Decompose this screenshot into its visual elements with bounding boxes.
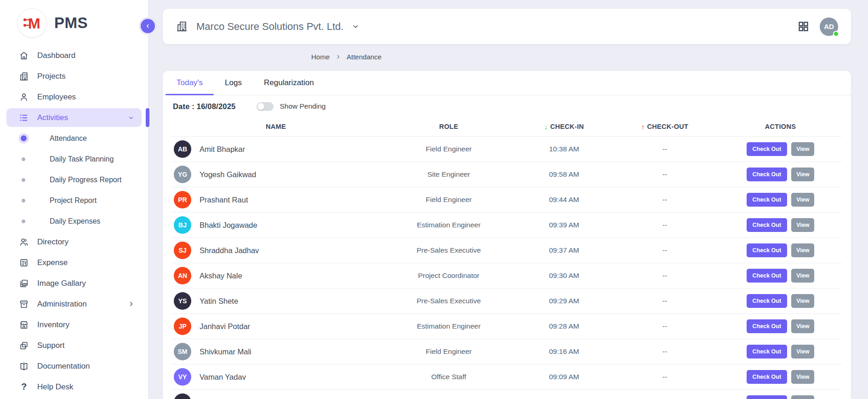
user-initials: AD [824, 23, 834, 30]
employee-role: Project Coordinator [380, 272, 518, 280]
show-pending-toggle[interactable] [257, 102, 274, 111]
company-selector[interactable]: Marco Secure Solutions Pvt. Ltd. [176, 20, 360, 33]
sidebar-item-attendance[interactable]: Attendance [0, 128, 148, 149]
sidebar-item-documentation[interactable]: Documentation [0, 356, 148, 376]
view-button[interactable]: View [791, 370, 814, 384]
check-out-button[interactable]: Check Out [747, 395, 788, 399]
tab-regularization[interactable]: Regularization [253, 71, 325, 95]
employee-name: Janhavi Potdar [200, 322, 250, 331]
date-label: Date : 16/08/2025 [173, 102, 235, 111]
apps-grid-button[interactable] [797, 20, 810, 33]
table-row: YG Yogesh Gaikwad Site Engineer 09:58 AM… [172, 162, 842, 187]
bullet-icon [20, 135, 27, 141]
sidebar-item-label: Employees [37, 93, 76, 102]
breadcrumb-home[interactable]: Home [311, 53, 330, 61]
employee-role: Estimation Engineer [380, 221, 518, 229]
sidebar-item-support[interactable]: Support [0, 335, 148, 356]
sidebar-item-inventory[interactable]: Inventory [0, 314, 148, 335]
check-out-button[interactable]: Check Out [747, 243, 788, 257]
table-row: AN Akshay Nale Project Coordinator 09:30… [172, 263, 842, 288]
sidebar-item-administration[interactable]: Administration [0, 294, 148, 314]
table-header: NAME ROLE ↓ CHECK-IN ↑ CHECK-OUT ACTIONS [172, 117, 842, 136]
view-button[interactable]: View [791, 269, 814, 283]
check-in-time: 09:44 AM [518, 196, 611, 204]
check-out-button[interactable]: Check Out [747, 319, 788, 333]
check-in-time: 09:37 AM [518, 246, 611, 254]
top-header-bar: Marco Secure Solutions Pvt. Ltd. AD [163, 9, 851, 44]
sidebar-item-daily-progress-report[interactable]: Daily Progress Report [0, 169, 148, 190]
table-row: PR Prashant Raut Field Engineer 09:44 AM… [172, 187, 842, 212]
view-button[interactable]: View [791, 142, 814, 156]
svg-text:M: M [28, 15, 40, 32]
storefront-icon [18, 320, 29, 330]
check-in-time: 09:29 AM [518, 297, 611, 305]
sidebar-collapse-button[interactable] [141, 19, 155, 33]
sidebar-item-label: Inventory [37, 320, 69, 330]
tab-todays[interactable]: Today's [166, 71, 214, 95]
employee-name: Akshay Nale [200, 272, 242, 280]
sidebar-item-project-report[interactable]: Project Report [0, 190, 148, 211]
tab-logs[interactable]: Logs [214, 71, 253, 95]
online-status-dot [833, 31, 839, 37]
column-header-check-out[interactable]: ↑ CHECK-OUT [611, 123, 719, 131]
column-header-check-in[interactable]: ↓ CHECK-IN [518, 123, 611, 131]
sidebar-item-label: Project Report [50, 197, 97, 205]
view-button[interactable]: View [791, 345, 814, 359]
view-button[interactable]: View [791, 294, 814, 308]
check-out-button[interactable]: Check Out [747, 218, 788, 232]
sidebar-item-label: Directory [37, 237, 69, 247]
app-name: PMS [54, 14, 88, 32]
check-in-time: 09:58 AM [518, 170, 611, 179]
sidebar-item-expense[interactable]: Expense [0, 252, 148, 273]
sidebar-item-label: Attendance [50, 134, 87, 143]
avatar: YG [174, 166, 191, 183]
check-out-time: -- [611, 196, 719, 204]
chevron-left-icon [145, 23, 151, 29]
sidebar-item-dashboard[interactable]: Dashboard [0, 45, 148, 66]
check-out-button[interactable]: Check Out [747, 193, 788, 207]
image-icon [18, 278, 29, 289]
sidebar-item-projects[interactable]: Projects [0, 66, 148, 87]
filter-row: Date : 16/08/2025 Show Pending [163, 95, 851, 117]
table-body: AB Amit Bhapkar Field Engineer 10:38 AM … [172, 136, 842, 399]
check-out-time: -- [611, 347, 719, 356]
check-out-button[interactable]: Check Out [747, 370, 788, 384]
sidebar-item-label: Documentation [37, 362, 90, 371]
list-icon [18, 113, 29, 123]
chevron-right-icon [336, 54, 341, 59]
view-button[interactable]: View [791, 193, 814, 207]
sidebar-item-daily-task-planning[interactable]: Daily Task Planning [0, 149, 148, 169]
grid-icon [797, 20, 810, 33]
sidebar-item-label: Expense [37, 258, 68, 267]
view-button[interactable]: View [791, 319, 814, 333]
sidebar-item-help-desk[interactable]: ? Help Desk [0, 376, 148, 397]
employee-name: Amit Bhapkar [200, 145, 245, 154]
view-button[interactable]: View [791, 243, 814, 257]
breadcrumb: Home Attendance [311, 53, 382, 61]
sidebar-nav: Dashboard Projects Employees Activities [0, 45, 148, 397]
view-button[interactable]: View [791, 218, 814, 232]
avatar: SM [174, 343, 191, 360]
sidebar-item-label: Daily Task Planning [50, 155, 114, 163]
view-button[interactable]: View [791, 395, 814, 399]
view-button[interactable]: View [791, 168, 814, 181]
avatar: JP [174, 318, 191, 335]
bullet-icon [20, 199, 27, 202]
sidebar-item-daily-expenses[interactable]: Daily Expenses [0, 211, 148, 231]
sidebar-item-directory[interactable]: Directory [0, 231, 148, 252]
sidebar-item-image-gallery[interactable]: Image Gallary [0, 273, 148, 294]
employee-role: Field Engineer [380, 196, 518, 204]
sidebar-item-activities[interactable]: Activities [0, 107, 148, 128]
check-out-button[interactable]: Check Out [747, 142, 788, 156]
check-out-button[interactable]: Check Out [747, 168, 788, 181]
sidebar-item-label: Support [37, 341, 65, 350]
check-out-button[interactable]: Check Out [747, 269, 788, 283]
table-row: JP Janhavi Potdar Estimation Engineer 09… [172, 313, 842, 339]
user-avatar[interactable]: AD [820, 17, 838, 36]
check-out-button[interactable]: Check Out [747, 294, 788, 308]
employee-role: Estimation Engineer [380, 322, 518, 330]
sidebar-item-employees[interactable]: Employees [0, 87, 148, 107]
column-header-actions: ACTIONS [719, 123, 842, 130]
sidebar-item-label: Projects [37, 72, 65, 81]
check-out-button[interactable]: Check Out [747, 345, 788, 359]
